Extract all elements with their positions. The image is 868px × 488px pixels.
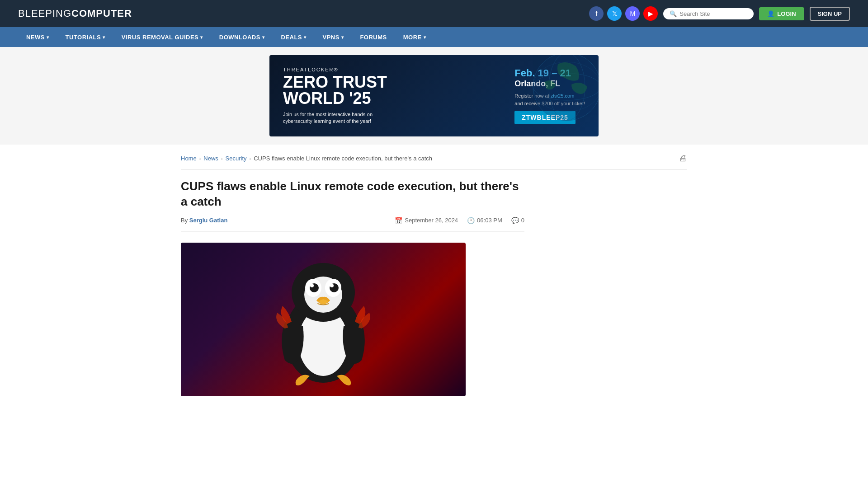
user-icon: 👤: [767, 10, 774, 17]
article-date: 📅 September 26, 2024: [395, 217, 458, 224]
nav-item-forums[interactable]: FORUMS: [352, 27, 395, 47]
header-right: f 𝕏 M ▶ 🔍 👤 LOGIN SIGN UP: [589, 6, 850, 21]
breadcrumb-current: CUPS flaws enable Linux remote code exec…: [254, 155, 432, 162]
article-column: CUPS flaws enable Linux remote code exec…: [181, 179, 524, 405]
main-nav: NEWS ▾ TUTORIALS ▾ VIRUS REMOVAL GUIDES …: [0, 27, 868, 47]
chevron-down-icon: ▾: [47, 35, 49, 40]
search-input[interactable]: [679, 10, 747, 17]
site-header: BLEEPINGCOMPUTER f 𝕏 M ▶ 🔍 👤 LOGIN SIGN …: [0, 0, 868, 27]
social-icons: f 𝕏 M ▶: [589, 6, 658, 21]
login-button[interactable]: 👤 LOGIN: [759, 7, 804, 20]
content-area: Home › News › Security › CUPS flaws enab…: [163, 145, 705, 414]
nav-item-virus-removal[interactable]: VIRUS REMOVAL GUIDES ▾: [113, 27, 211, 47]
print-icon[interactable]: 🖨: [679, 154, 687, 163]
chevron-down-icon: ▾: [262, 35, 265, 40]
chevron-down-icon: ▾: [424, 35, 426, 40]
article-image: [181, 243, 466, 396]
chevron-down-icon: ▾: [200, 35, 203, 40]
breadcrumb-home[interactable]: Home: [181, 155, 197, 162]
ad-banner[interactable]: THREATLOCKER® ZERO TRUST WORLD '25 Join …: [269, 55, 599, 136]
article-meta: By Sergiu Gatlan 📅 September 26, 2024 🕐 …: [181, 217, 524, 232]
site-logo[interactable]: BLEEPINGCOMPUTER: [18, 8, 132, 19]
clock-icon: 🕐: [467, 217, 475, 224]
nav-item-downloads[interactable]: DOWNLOADS ▾: [211, 27, 273, 47]
breadcrumb-sep-3: ›: [250, 156, 251, 161]
by-label: By: [181, 217, 188, 224]
breadcrumb-sep-1: ›: [199, 156, 201, 161]
search-box: 🔍: [663, 8, 754, 19]
main-layout: CUPS flaws enable Linux remote code exec…: [181, 179, 687, 405]
breadcrumb-security[interactable]: Security: [226, 155, 247, 162]
breadcrumb-news[interactable]: News: [203, 155, 218, 162]
sidebar: [542, 179, 687, 405]
mastodon-icon[interactable]: M: [625, 6, 640, 21]
nav-item-more[interactable]: MORE ▾: [395, 27, 434, 47]
globe-graphic: [531, 55, 599, 123]
article-time: 🕐 06:03 PM: [467, 217, 502, 224]
tux-penguin: [264, 247, 382, 392]
article-author: By Sergiu Gatlan: [181, 217, 227, 224]
search-icon: 🔍: [670, 10, 677, 17]
signup-button[interactable]: SIGN UP: [810, 7, 850, 21]
nav-item-news[interactable]: NEWS ▾: [18, 27, 57, 47]
youtube-icon[interactable]: ▶: [643, 6, 658, 21]
ad-left: THREATLOCKER® ZERO TRUST WORLD '25 Join …: [283, 67, 501, 125]
article-title: CUPS flaws enable Linux remote code exec…: [181, 179, 524, 210]
ad-subtitle: Join us for the most interactive hands-o…: [283, 111, 501, 125]
comment-icon: 💬: [511, 217, 519, 224]
svg-point-14: [330, 284, 334, 287]
breadcrumb: Home › News › Security › CUPS flaws enab…: [181, 154, 687, 170]
breadcrumb-nav: Home › News › Security › CUPS flaws enab…: [181, 155, 432, 162]
ad-title: ZERO TRUST WORLD '25: [283, 74, 501, 107]
nav-item-tutorials[interactable]: TUTORIALS ▾: [57, 27, 113, 47]
chevron-down-icon: ▾: [341, 35, 344, 40]
svg-point-13: [310, 284, 314, 287]
twitter-icon[interactable]: 𝕏: [607, 6, 622, 21]
ad-brand: THREATLOCKER®: [283, 67, 501, 72]
facebook-icon[interactable]: f: [589, 6, 604, 21]
calendar-icon: 📅: [395, 217, 402, 224]
nav-item-deals[interactable]: DEALS ▾: [273, 27, 314, 47]
chevron-down-icon: ▾: [304, 35, 307, 40]
article-comments[interactable]: 💬 0: [511, 217, 524, 224]
logo-normal: BLEEPING: [18, 8, 71, 19]
breadcrumb-sep-2: ›: [221, 156, 223, 161]
ad-banner-section: THREATLOCKER® ZERO TRUST WORLD '25 Join …: [0, 47, 868, 145]
logo-bold: COMPUTER: [71, 8, 132, 19]
nav-item-vpns[interactable]: VPNS ▾: [315, 27, 352, 47]
chevron-down-icon: ▾: [103, 35, 105, 40]
author-link[interactable]: Sergiu Gatlan: [189, 217, 228, 224]
